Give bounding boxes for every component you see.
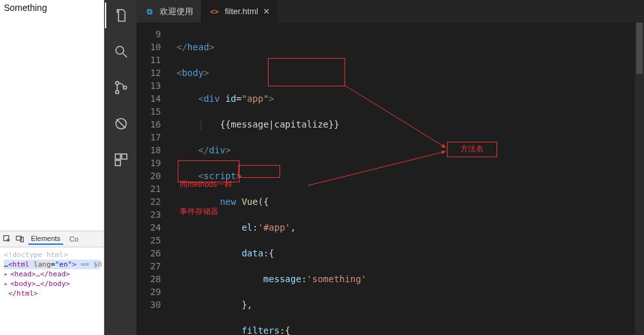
code-editor[interactable]: 9101112131415161718192021222324252627282…: [137, 23, 644, 335]
svg-rect-10: [115, 154, 120, 159]
svg-line-9: [117, 119, 126, 128]
code-source[interactable]: </head> <body> <div id="app"> │ {{messag…: [167, 23, 644, 335]
editor-area: ⧉ 欢迎使用 <> filter.html × 9101112131415161…: [137, 0, 644, 335]
tab-label: filter.html: [225, 6, 258, 16]
devtools-tab-console[interactable]: Co: [67, 234, 81, 244]
dom-head[interactable]: ▸<head>…</head>: [4, 269, 100, 279]
tab-filter-html[interactable]: <> filter.html ×: [202, 0, 278, 23]
activity-source-control-icon[interactable]: [112, 79, 130, 97]
tab-label: 欢迎使用: [160, 6, 193, 17]
html-file-icon: <>: [209, 6, 220, 17]
tab-welcome[interactable]: ⧉ 欢迎使用: [137, 0, 202, 23]
scrollbar-thumb[interactable]: [636, 23, 643, 74]
svg-line-4: [123, 53, 127, 57]
vscode-logo-icon: ⧉: [144, 6, 155, 17]
activity-extensions-icon[interactable]: [112, 151, 130, 169]
devtools-tabs: Elements Co: [0, 231, 104, 247]
svg-point-5: [115, 82, 118, 85]
activity-bar: [104, 0, 137, 335]
devtools-dom-tree[interactable]: <!doctype html> …<html lang="en"> == $0 …: [0, 247, 104, 301]
editor-scrollbar[interactable]: [635, 23, 644, 335]
dom-html-close: </html>: [4, 289, 100, 298]
svg-point-3: [116, 46, 124, 54]
editor-tabs: ⧉ 欢迎使用 <> filter.html ×: [137, 0, 644, 23]
dom-html-open[interactable]: …<html lang="en"> == $0: [4, 260, 100, 269]
device-toggle-icon[interactable]: [15, 235, 24, 244]
dom-body[interactable]: ▸<body>…</body>: [4, 279, 100, 289]
page-output: Something: [0, 0, 104, 231]
svg-rect-12: [115, 160, 120, 166]
svg-rect-2: [21, 237, 23, 242]
svg-rect-11: [122, 154, 127, 159]
activity-explorer-icon[interactable]: [112, 6, 130, 24]
devtools-panel: Elements Co <!doctype html> …<html lang=…: [0, 231, 104, 335]
dom-doctype: <!doctype html>: [4, 250, 100, 260]
close-icon[interactable]: ×: [263, 6, 269, 17]
activity-debug-icon[interactable]: [112, 115, 130, 133]
devtools-tab-elements[interactable]: Elements: [28, 233, 63, 245]
activity-search-icon[interactable]: [112, 43, 130, 61]
inspect-icon[interactable]: [3, 235, 12, 244]
svg-point-6: [115, 91, 118, 94]
browser-panel: Something Elements Co <!doctype html> …<…: [0, 0, 104, 335]
line-gutter: 9101112131415161718192021222324252627282…: [137, 23, 167, 335]
vscode-window: ⧉ 欢迎使用 <> filter.html × 9101112131415161…: [104, 0, 644, 335]
